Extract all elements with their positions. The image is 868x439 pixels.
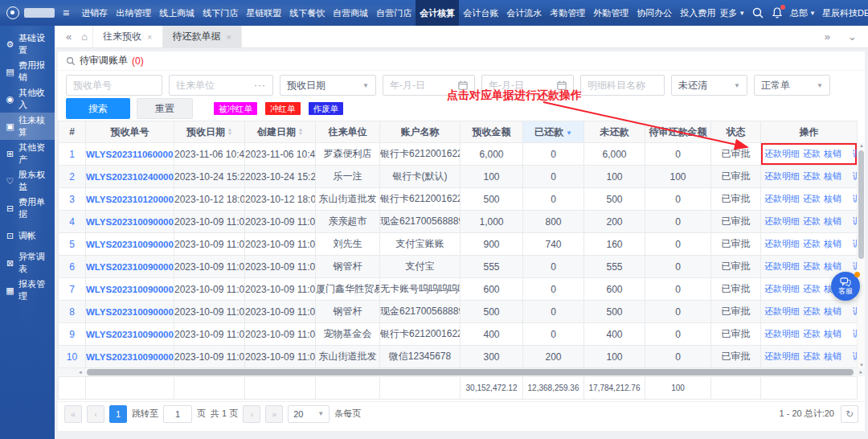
order-no-link[interactable]: WLYS2023100900005 <box>86 278 174 301</box>
order-no-link[interactable]: WLYS2023100900002 <box>86 346 174 368</box>
hamburger-icon[interactable]: ≡ <box>63 6 69 19</box>
topnav-item[interactable]: 自营门店 <box>372 0 416 26</box>
action-repay-detail[interactable]: 还款明细 <box>764 194 800 203</box>
subject-name-input[interactable]: 明细科目名称 <box>580 75 665 96</box>
filter-icon[interactable]: ▼ <box>566 129 572 137</box>
col-create-date[interactable]: 创建日期▲▼ <box>245 121 316 143</box>
col-repaid[interactable]: 已还款▼ <box>523 121 584 143</box>
search-button[interactable]: 搜索 <box>66 98 130 119</box>
date-type-select[interactable]: 预收日期 ▼ <box>280 75 376 96</box>
tab-menu-icon[interactable]: ⌄ <box>843 31 862 43</box>
topnav-item[interactable]: 会计流水 <box>502 0 546 26</box>
action-repay[interactable]: 还款 <box>803 149 821 158</box>
row-index[interactable]: 10 <box>59 346 86 368</box>
search-icon[interactable] <box>751 6 764 19</box>
tab-往来预收[interactable]: 往来预收× <box>93 26 162 48</box>
action-writeoff[interactable]: 核销 <box>824 216 841 226</box>
action-writeoff[interactable]: 核销 <box>824 239 841 248</box>
user-menu[interactable]: 星辰科技DEV ▼ <box>822 7 868 19</box>
action-repay-detail[interactable]: 还款明细 <box>764 171 800 181</box>
partner-input[interactable]: 往来单位 ··· <box>169 75 273 96</box>
action-repay[interactable]: 还款 <box>803 351 821 361</box>
order-no-link[interactable]: WLYS2023102400001 <box>86 166 174 188</box>
action-repay[interactable]: 还款 <box>803 194 821 203</box>
topnav-item[interactable]: 外勤管理 <box>589 0 633 26</box>
close-icon[interactable]: × <box>147 32 152 42</box>
horizontal-scroll-thumb[interactable] <box>87 369 854 375</box>
refresh-icon[interactable]: ↻ <box>841 405 858 423</box>
sidebar-item-异常调表[interactable]: ⊠异常调表 <box>0 249 55 277</box>
action-repay-detail[interactable]: 还款明细 <box>764 216 800 226</box>
scroll-right-icon[interactable]: ▸ <box>859 368 862 376</box>
sidebar-item-费用单据[interactable]: ⊟费用单据 <box>0 195 55 222</box>
action-repay[interactable]: 还款 <box>803 216 821 226</box>
row-index[interactable]: 4 <box>59 211 86 233</box>
page-1-button[interactable]: 1 <box>109 405 127 423</box>
date-to-input[interactable]: 年-月-日 <box>481 75 574 96</box>
customer-service-button[interactable]: 客服 <box>831 272 860 301</box>
home-icon[interactable]: ⌂ <box>76 31 92 43</box>
sidebar-item-股东权益[interactable]: ♡股东权益 <box>0 167 55 195</box>
action-repay-detail[interactable]: 还款明细 <box>764 239 800 248</box>
row-index[interactable]: 3 <box>59 188 86 211</box>
sidebar-item-报表管理[interactable]: ▦报表管理 <box>0 277 55 304</box>
action-writeoff[interactable]: 核销 <box>824 351 841 361</box>
row-index[interactable]: 5 <box>59 233 86 256</box>
row-index[interactable]: 1 <box>59 143 86 166</box>
action-repay-detail[interactable]: 还款明细 <box>764 149 800 158</box>
sidebar-item-其他收入[interactable]: ◉其他收入 <box>0 85 55 113</box>
horizontal-scrollbar[interactable]: ◂ ▸ <box>58 368 865 376</box>
topnav-item[interactable]: 线下门店 <box>199 0 242 26</box>
doc-status-select[interactable]: 正常单 ▼ <box>754 75 830 96</box>
date-from-input[interactable]: 年-月-日 <box>383 75 475 96</box>
scroll-up-icon[interactable]: ▲ <box>858 143 865 148</box>
vertical-scroll-thumb[interactable] <box>858 150 864 259</box>
order-no-link[interactable]: WLYS2023100900008 <box>86 211 174 233</box>
action-repay[interactable]: 还款 <box>803 171 821 181</box>
section-title[interactable]: 待审调账单 <box>80 54 128 68</box>
vertical-scrollbar[interactable]: ▲ ▼ <box>857 142 865 368</box>
repay-status-select[interactable]: 未还清 ▼ <box>671 75 747 96</box>
first-page-button[interactable]: « <box>64 405 82 423</box>
collapse-sidebar-icon[interactable]: « <box>61 31 76 43</box>
order-no-input[interactable]: 预收单号 <box>66 75 162 96</box>
row-index[interactable]: 2 <box>59 166 86 188</box>
action-writeoff[interactable]: 核销 <box>824 194 841 203</box>
action-writeoff[interactable]: 核销 <box>824 306 841 316</box>
action-writeoff[interactable]: 核销 <box>824 171 841 181</box>
order-no-link[interactable]: WLYS2023100900007 <box>86 233 174 256</box>
topnav-item[interactable]: 星链联盟 <box>242 0 285 26</box>
topnav-item[interactable]: 考勤管理 <box>546 0 589 26</box>
notification-bell-icon[interactable] <box>771 6 784 19</box>
order-no-link[interactable]: WLYS2023100900003 <box>86 323 174 346</box>
order-no-link[interactable]: WLYS2023110600001 <box>86 143 174 166</box>
action-repay-detail[interactable]: 还款明细 <box>764 261 800 271</box>
jump-page-input[interactable]: 1 <box>163 405 192 423</box>
sidebar-item-费用报销[interactable]: ▤费用报销 <box>0 58 55 85</box>
topnav-item[interactable]: 协同办公 <box>633 0 676 26</box>
next-page-button[interactable]: › <box>243 405 260 423</box>
action-repay-detail[interactable]: 还款明细 <box>764 306 800 316</box>
sidebar-item-调帐[interactable]: ⊡调帐 <box>0 222 55 249</box>
partner-picker-icon[interactable]: ··· <box>254 80 266 91</box>
action-repay[interactable]: 还款 <box>803 239 821 248</box>
page-size-select[interactable]: 20 ▼ <box>288 405 330 423</box>
row-index[interactable]: 9 <box>59 323 86 346</box>
order-no-link[interactable]: WLYS2023100900009 <box>86 256 174 278</box>
order-no-link[interactable]: WLYS2023101200001 <box>86 188 174 211</box>
topnav-item[interactable]: 进销存 <box>77 0 112 26</box>
close-icon[interactable]: × <box>227 32 231 42</box>
action-repay[interactable]: 还款 <box>803 284 821 293</box>
scroll-down-icon[interactable]: ▼ <box>858 363 865 367</box>
topnav-item[interactable]: 投入费用 <box>676 0 719 26</box>
action-repay-detail[interactable]: 还款明细 <box>764 329 800 338</box>
topnav-item[interactable]: 会计台账 <box>459 0 502 26</box>
scroll-left-icon[interactable]: ◂ <box>79 368 82 376</box>
expand-tabs-icon[interactable]: » <box>820 31 835 43</box>
row-index[interactable]: 8 <box>59 301 86 323</box>
action-writeoff[interactable]: 核销 <box>824 261 841 271</box>
action-repay[interactable]: 还款 <box>803 329 821 338</box>
reset-button[interactable]: 重置 <box>137 98 193 119</box>
topnav-item[interactable]: 线下餐饮 <box>285 0 329 26</box>
action-repay[interactable]: 还款 <box>803 261 821 271</box>
